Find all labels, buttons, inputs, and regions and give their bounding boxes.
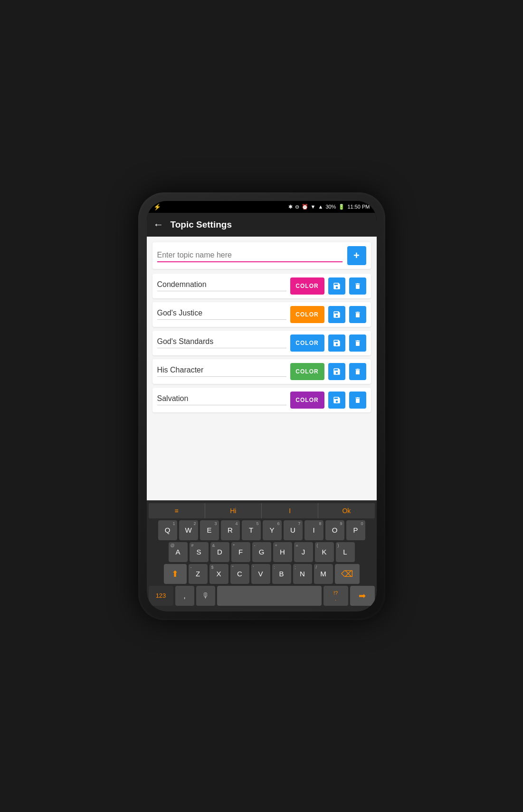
key-e[interactable]: 3E — [200, 520, 219, 540]
status-right: ✱ ⊖ ⏰ ▼ ▲ 30% 🔋 11:50 PM — [288, 204, 370, 210]
key-r[interactable]: 4R — [221, 520, 240, 540]
suggestion-cursor[interactable]: I — [262, 503, 318, 518]
save-button[interactable] — [328, 392, 345, 409]
suggestion-ok[interactable]: Ok — [318, 503, 374, 518]
space-key[interactable] — [217, 586, 322, 606]
key-m[interactable]: /M — [314, 564, 333, 584]
color-button[interactable]: COLOR — [290, 334, 324, 352]
suggestion-menu[interactable]: ≡ — [149, 503, 205, 518]
key-j[interactable]: =J — [294, 542, 313, 562]
key-u[interactable]: 7U — [284, 520, 303, 540]
status-left: ⚡ — [153, 203, 161, 210]
color-button[interactable]: COLOR — [290, 306, 324, 323]
key-o[interactable]: 9O — [325, 520, 344, 540]
key-z[interactable]: -Z — [189, 564, 208, 584]
shift-button[interactable]: ⬆ — [164, 564, 187, 584]
topic-row: God's Standards COLOR — [152, 331, 371, 355]
topic-name-label: God's Justice — [157, 309, 286, 320]
keyboard-row-numbers: 1Q 2W 3E 4R 5T 6Y 7U 8I 9O 0P — [149, 520, 375, 540]
topic-name-label: Condemnation — [157, 280, 286, 291]
key-n[interactable]: ;N — [293, 564, 312, 584]
keyboard-row-bottom: 123 , 🎙 !?. ➡ — [149, 586, 375, 606]
keyboard-row-zxcv: ⬆ -Z $X "C 'V :B ;N /M ⌫ — [149, 564, 375, 584]
key-q[interactable]: 1Q — [158, 520, 177, 540]
key-x[interactable]: $X — [209, 564, 228, 584]
comma-key[interactable]: , — [175, 586, 194, 606]
mic-button[interactable]: 🎙 — [196, 586, 215, 606]
app-bar: ← Topic Settings — [147, 213, 377, 237]
save-button[interactable] — [328, 277, 345, 295]
delete-button[interactable] — [349, 277, 366, 295]
keyboard-row-asdf: @A #S &D *F -G +H =J (K )L — [149, 542, 375, 562]
key-c[interactable]: "C — [230, 564, 249, 584]
save-button[interactable] — [328, 334, 345, 352]
alarm-icon: ⏰ — [302, 204, 308, 210]
punct-key[interactable]: !?. — [323, 586, 348, 606]
suggestion-hi[interactable]: Hi — [205, 503, 262, 518]
key-h[interactable]: +H — [273, 542, 292, 562]
key-g[interactable]: -G — [252, 542, 271, 562]
color-button[interactable]: COLOR — [290, 277, 324, 295]
delete-button[interactable] — [349, 334, 366, 352]
phone-screen: ⚡ ✱ ⊖ ⏰ ▼ ▲ 30% 🔋 11:50 PM ← Topic Setti… — [147, 201, 377, 611]
key-f[interactable]: *F — [231, 542, 250, 562]
key-s[interactable]: #S — [190, 542, 209, 562]
key-w[interactable]: 2W — [179, 520, 198, 540]
delete-button[interactable] — [349, 392, 366, 409]
key-b[interactable]: :B — [272, 564, 291, 584]
key-l[interactable]: )L — [336, 542, 355, 562]
signal-icon: ▲ — [318, 204, 323, 210]
delete-button[interactable] — [349, 306, 366, 323]
key-v[interactable]: 'V — [251, 564, 270, 584]
topic-name-label: God's Standards — [157, 337, 286, 348]
dnd-icon: ⊖ — [295, 204, 299, 210]
add-topic-row: + — [152, 242, 371, 269]
num-switch-button[interactable]: 123 — [149, 586, 173, 606]
key-y[interactable]: 6Y — [263, 520, 282, 540]
bluetooth-icon: ✱ — [288, 204, 293, 210]
page-title: Topic Settings — [171, 220, 232, 230]
key-d[interactable]: &D — [210, 542, 229, 562]
keyboard: ≡ Hi I Ok 1Q 2W 3E 4R 5T 6Y 7U 8I 9O 0P … — [147, 500, 377, 611]
color-button[interactable]: COLOR — [290, 392, 324, 409]
lightning-icon: ⚡ — [153, 203, 161, 210]
keyboard-suggestions: ≡ Hi I Ok — [149, 503, 375, 518]
backspace-button[interactable]: ⌫ — [335, 564, 360, 584]
save-button[interactable] — [328, 363, 345, 380]
content-area: + Condemnation COLOR God's Justice COLOR — [147, 237, 377, 500]
key-i[interactable]: 8I — [304, 520, 323, 540]
delete-button[interactable] — [349, 363, 366, 380]
topic-row: Salvation COLOR — [152, 388, 371, 412]
topic-name-label: His Character — [157, 366, 286, 377]
enter-button[interactable]: ➡ — [350, 586, 375, 606]
phone-outer: ⚡ ✱ ⊖ ⏰ ▼ ▲ 30% 🔋 11:50 PM ← Topic Setti… — [138, 192, 385, 620]
topic-name-label: Salvation — [157, 394, 286, 405]
color-button[interactable]: COLOR — [290, 363, 324, 380]
topic-row: Condemnation COLOR — [152, 274, 371, 298]
topic-list: Condemnation COLOR God's Justice COLOR G… — [152, 274, 371, 416]
battery-percent: 30% — [325, 204, 336, 210]
key-p[interactable]: 0P — [346, 520, 365, 540]
key-t[interactable]: 5T — [242, 520, 261, 540]
battery-icon: 🔋 — [338, 204, 345, 210]
topic-row: His Character COLOR — [152, 359, 371, 384]
wifi-icon: ▼ — [311, 204, 316, 210]
status-bar: ⚡ ✱ ⊖ ⏰ ▼ ▲ 30% 🔋 11:50 PM — [147, 201, 377, 213]
time: 11:50 PM — [347, 204, 370, 210]
add-topic-button[interactable]: + — [347, 246, 366, 265]
key-k[interactable]: (K — [315, 542, 334, 562]
topic-row: God's Justice COLOR — [152, 302, 371, 327]
back-button[interactable]: ← — [153, 219, 164, 231]
topic-name-input[interactable] — [157, 249, 342, 262]
key-a[interactable]: @A — [169, 542, 188, 562]
save-button[interactable] — [328, 306, 345, 323]
